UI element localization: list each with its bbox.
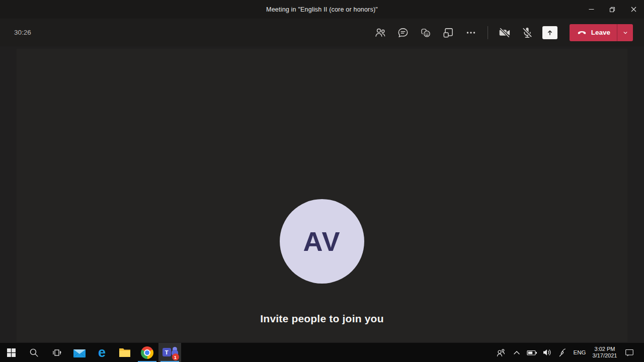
reactions-button[interactable] xyxy=(416,23,436,43)
search-icon xyxy=(29,348,39,357)
task-view-icon xyxy=(52,348,62,357)
file-explorer-button[interactable] xyxy=(113,343,136,362)
restore-button[interactable] xyxy=(602,0,623,19)
teams-app-button[interactable]: T 1 xyxy=(158,343,181,362)
task-view-button[interactable] xyxy=(45,343,68,362)
avatar-initials: AV xyxy=(303,226,341,257)
mic-off-button[interactable] xyxy=(517,23,537,43)
start-button[interactable] xyxy=(0,343,23,362)
participants-button[interactable] xyxy=(370,23,390,43)
breakout-rooms-button[interactable] xyxy=(438,23,458,43)
close-button[interactable] xyxy=(623,0,644,19)
tray-date: 3/17/2021 xyxy=(593,352,617,358)
taskbar-search-button[interactable] xyxy=(23,343,45,362)
file-explorer-icon xyxy=(119,348,131,357)
teams-icon: T 1 xyxy=(162,345,178,359)
meeting-toolbar: 30:26 xyxy=(0,19,644,46)
title-bar: Meeting in "English II (core or honors)" xyxy=(0,0,644,19)
meeting-controls: Leave xyxy=(370,19,633,46)
camera-off-icon xyxy=(498,26,512,40)
battery-status-button[interactable] xyxy=(524,343,539,362)
video-tile xyxy=(17,49,627,342)
leave-options-button[interactable] xyxy=(617,24,633,41)
windows-taskbar: e T 1 xyxy=(0,343,644,362)
edge-browser-button[interactable]: e xyxy=(91,343,113,362)
minimize-button[interactable] xyxy=(581,0,602,19)
minimize-icon xyxy=(589,7,594,12)
windows-ink-button[interactable] xyxy=(554,343,571,362)
participants-icon xyxy=(374,26,387,39)
more-actions-button[interactable] xyxy=(461,23,481,43)
action-center-button[interactable] xyxy=(621,343,638,362)
leave-button[interactable]: Leave xyxy=(570,24,617,41)
meeting-stage: AV Invite people to join you xyxy=(0,46,644,343)
system-tray: ENG 3:02 PM 3/17/2021 xyxy=(492,343,638,362)
pen-icon xyxy=(558,348,567,357)
more-actions-icon xyxy=(464,26,477,39)
hang-up-icon xyxy=(577,27,587,38)
language-indicator[interactable]: ENG xyxy=(571,343,589,362)
window-title: Meeting in "English II (core or honors)" xyxy=(266,6,378,13)
clock[interactable]: 3:02 PM 3/17/2021 xyxy=(589,343,621,362)
chat-button[interactable] xyxy=(393,23,413,43)
mic-off-icon xyxy=(520,26,534,40)
show-hidden-icons-button[interactable] xyxy=(509,343,524,362)
chrome-browser-button[interactable] xyxy=(136,343,158,362)
toolbar-divider xyxy=(488,26,488,39)
camera-off-button[interactable] xyxy=(495,23,515,43)
share-content-button[interactable] xyxy=(540,23,560,43)
tray-time: 3:02 PM xyxy=(595,346,615,352)
volume-button[interactable] xyxy=(539,343,554,362)
restore-icon xyxy=(609,7,615,13)
breakout-rooms-icon xyxy=(442,26,455,39)
chevron-up-icon xyxy=(513,350,520,355)
people-bar-button[interactable] xyxy=(492,343,509,362)
close-icon xyxy=(631,7,636,12)
chevron-down-icon xyxy=(622,29,629,36)
teams-meeting-window: Meeting in "English II (core or honors)"… xyxy=(0,0,644,362)
mail-app-button[interactable] xyxy=(68,343,91,362)
battery-icon xyxy=(527,348,537,357)
chat-icon xyxy=(396,26,410,39)
leave-split-button: Leave xyxy=(570,24,633,41)
mail-icon xyxy=(73,348,86,357)
window-controls xyxy=(581,0,644,19)
avatar: AV xyxy=(280,199,364,284)
leave-label: Leave xyxy=(591,29,610,36)
people-icon xyxy=(496,348,506,357)
volume-icon xyxy=(542,348,552,356)
edge-icon: e xyxy=(98,346,106,359)
windows-logo-icon xyxy=(7,348,16,357)
meeting-timer: 30:26 xyxy=(14,19,31,46)
reactions-icon xyxy=(419,26,432,39)
action-center-icon xyxy=(624,348,634,357)
chrome-icon xyxy=(141,346,153,359)
teams-notification-badge: 1 xyxy=(172,353,179,360)
share-tray-icon xyxy=(542,26,557,39)
invite-message: Invite people to join you xyxy=(0,313,644,325)
